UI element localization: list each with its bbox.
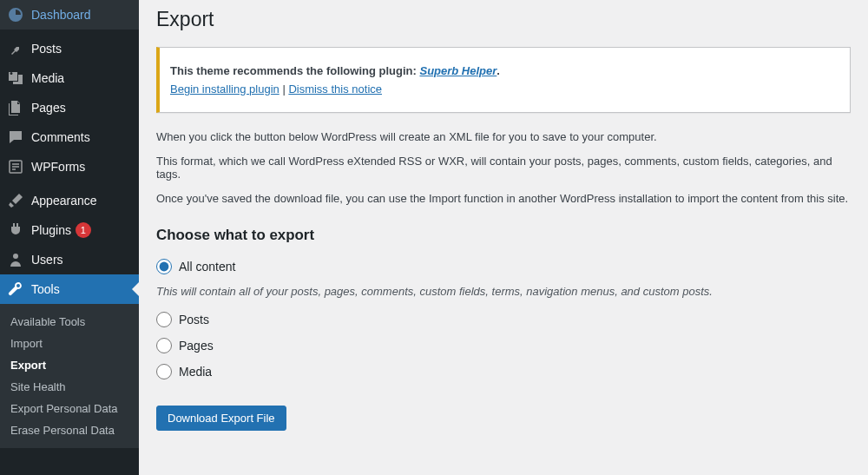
sidebar-item-appearance[interactable]: Appearance (0, 186, 139, 215)
pin-icon (7, 40, 24, 57)
sidebar-item-tools[interactable]: Tools (0, 274, 139, 304)
notice-period: . (496, 64, 500, 77)
sidebar-item-users[interactable]: Users (0, 245, 139, 274)
export-description-2: This format, which we call WordPress eXt… (156, 155, 851, 181)
sidebar-item-label: Users (31, 253, 63, 267)
export-description-3: Once you've saved the download file, you… (156, 192, 851, 205)
label-media[interactable]: Media (179, 365, 212, 379)
sidebar-item-plugins[interactable]: Plugins 1 (0, 215, 139, 245)
dismiss-notice-link[interactable]: Dismiss this notice (288, 82, 382, 96)
user-icon (7, 251, 24, 268)
sidebar-item-pages[interactable]: Pages (0, 93, 139, 122)
radio-all-content[interactable] (156, 259, 172, 274)
brush-icon (7, 192, 24, 209)
comment-icon (7, 129, 24, 146)
sidebar-item-comments[interactable]: Comments (0, 122, 139, 152)
submenu-available-tools[interactable]: Available Tools (0, 311, 139, 333)
notice-plugin-link[interactable]: Superb Helper (419, 64, 496, 77)
plugin-recommendation-notice: This theme recommends the following plug… (156, 47, 851, 113)
export-description-1: When you click the button below WordPres… (156, 130, 851, 143)
sidebar-item-label: WPForms (31, 160, 85, 174)
sidebar-item-label: Plugins (31, 223, 71, 237)
tools-submenu: Available Tools Import Export Site Healt… (0, 304, 139, 448)
submenu-import[interactable]: Import (0, 333, 139, 354)
wrench-icon (7, 280, 24, 298)
svg-point-4 (13, 254, 18, 259)
sidebar-item-label: Appearance (31, 194, 97, 208)
submenu-export-personal-data[interactable]: Export Personal Data (0, 398, 139, 419)
plugin-icon (7, 221, 24, 239)
label-posts[interactable]: Posts (179, 313, 209, 327)
sidebar-item-label: Dashboard (31, 8, 91, 22)
radio-posts[interactable] (156, 312, 172, 327)
submenu-export[interactable]: Export (0, 354, 139, 376)
sidebar-item-media[interactable]: Media (0, 63, 139, 93)
sidebar-item-posts[interactable]: Posts (0, 34, 139, 63)
pages-icon (7, 99, 24, 116)
submenu-erase-personal-data[interactable]: Erase Personal Data (0, 419, 139, 441)
sidebar-item-dashboard[interactable]: Dashboard (0, 0, 139, 30)
dashboard-icon (7, 6, 24, 23)
radio-media[interactable] (156, 364, 172, 379)
notice-intro-text: This theme recommends the following plug… (170, 64, 419, 77)
all-content-hint: This will contain all of your posts, pag… (156, 285, 851, 298)
sidebar-item-label: Tools (31, 282, 60, 296)
label-all-content[interactable]: All content (179, 260, 235, 274)
begin-installing-plugin-link[interactable]: Begin installing plugin (170, 82, 279, 96)
download-export-file-button[interactable]: Download Export File (156, 406, 286, 431)
media-icon (7, 69, 24, 87)
sidebar-item-label: Media (31, 71, 64, 85)
choose-export-heading: Choose what to export (156, 227, 851, 244)
radio-pages[interactable] (156, 338, 172, 353)
main-content: Export This theme recommends the followi… (139, 0, 868, 475)
sidebar-item-label: Comments (31, 130, 90, 144)
sidebar-item-wpforms[interactable]: WPForms (0, 152, 139, 181)
submenu-site-health[interactable]: Site Health (0, 376, 139, 398)
admin-sidebar: Dashboard Posts Media Pages Commen (0, 0, 139, 475)
page-title: Export (156, 0, 851, 35)
sidebar-item-label: Posts (31, 42, 62, 56)
notice-separator: | (279, 82, 289, 96)
label-pages[interactable]: Pages (179, 339, 214, 353)
plugins-update-badge: 1 (76, 222, 91, 238)
wpforms-icon (7, 158, 24, 175)
sidebar-item-label: Pages (31, 101, 66, 115)
